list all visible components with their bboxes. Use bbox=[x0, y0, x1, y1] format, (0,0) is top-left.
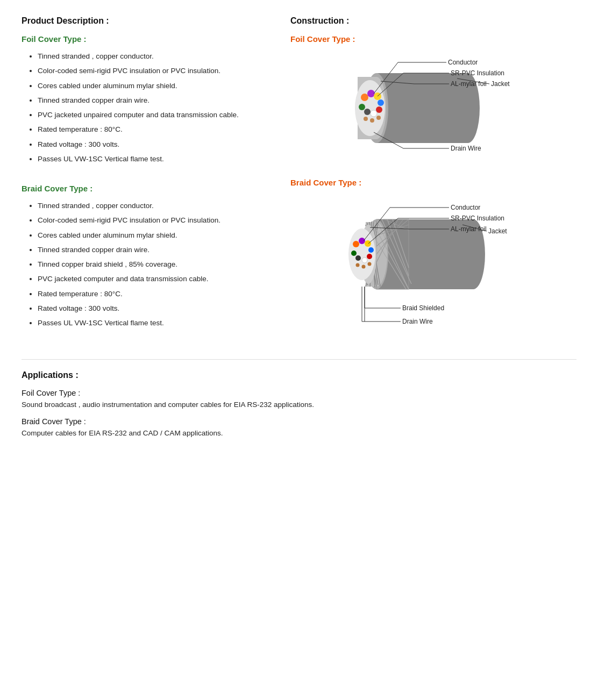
svg-text:AL-mylar foil: AL-mylar foil bbox=[451, 80, 487, 88]
svg-point-59 bbox=[359, 238, 365, 244]
svg-point-66 bbox=[356, 263, 360, 267]
list-item: Tinned stranded copper drain wire. bbox=[38, 95, 280, 106]
applications-section: Applications : Foil Cover Type : Sound b… bbox=[22, 359, 576, 437]
svg-point-67 bbox=[362, 265, 366, 269]
app-foil-heading: Foil Cover Type : bbox=[22, 389, 576, 397]
list-item: Cores cabled under aluminum mylar shield… bbox=[38, 230, 280, 241]
svg-point-17 bbox=[355, 80, 385, 136]
foil-construction-section: Foil Cover Type : bbox=[290, 34, 576, 167]
braid-construction-heading: Braid Cover Type : bbox=[290, 178, 576, 187]
svg-point-58 bbox=[353, 241, 359, 247]
list-item: Tinned stranded , copper conductor. bbox=[38, 201, 280, 211]
list-item: Tinned stranded copper drain wire. bbox=[38, 245, 280, 255]
svg-point-63 bbox=[362, 258, 367, 263]
list-item: Rated voltage : 300 volts. bbox=[38, 139, 280, 150]
svg-text:SR-PVC Insulation: SR-PVC Insulation bbox=[451, 215, 504, 222]
list-item: Passes UL VW-1SC Vertical flame test. bbox=[38, 318, 280, 328]
svg-text:Drain Wire: Drain Wire bbox=[451, 145, 481, 152]
list-item: PVC jacketed computer and data transmiss… bbox=[38, 274, 280, 284]
svg-text:Jacket: Jacket bbox=[491, 80, 510, 88]
braid-cable-svg: Conductor SR-PVC Insulation AL-mylar foi… bbox=[290, 192, 532, 332]
applications-title: Applications : bbox=[22, 370, 576, 380]
foil-construction-heading: Foil Cover Type : bbox=[290, 34, 576, 44]
foil-bullet-list: Tinned stranded , copper conductor. Colo… bbox=[22, 51, 280, 165]
svg-point-68 bbox=[368, 262, 372, 266]
svg-text:Jacket: Jacket bbox=[488, 227, 507, 235]
list-item: Tinned copper braid shield , 85% coverag… bbox=[38, 259, 280, 270]
svg-text:Drain Wire: Drain Wire bbox=[402, 318, 433, 325]
list-item: Rated temperature : 80°C. bbox=[38, 124, 280, 135]
list-item: Passes UL VW-1SC Vertical flame test. bbox=[38, 154, 280, 165]
foil-cover-type-heading: Foil Cover Type : bbox=[22, 34, 280, 44]
svg-text:Conductor: Conductor bbox=[448, 59, 478, 66]
list-item: PVC jacketed unpaired computer and data … bbox=[38, 110, 280, 120]
product-description-title: Product Description : bbox=[22, 16, 280, 26]
braid-cable-diagram: Conductor SR-PVC Insulation AL-mylar foi… bbox=[290, 192, 532, 332]
list-item: Rated temperature : 80°C. bbox=[38, 289, 280, 299]
foil-cable-svg: Conductor SR-PVC Insulation AL-mylar foi… bbox=[290, 49, 516, 167]
svg-text:Conductor: Conductor bbox=[451, 204, 480, 211]
svg-point-62 bbox=[367, 254, 372, 259]
braid-bullet-list: Tinned stranded , copper conductor. Colo… bbox=[22, 201, 280, 328]
foil-cable-diagram: Conductor SR-PVC Insulation AL-mylar foi… bbox=[290, 49, 516, 167]
svg-text:SR-PVC Insulation: SR-PVC Insulation bbox=[451, 69, 504, 77]
app-braid-text: Computer cables for EIA RS-232 and CAD /… bbox=[22, 429, 576, 437]
list-item: Color-coded semi-rigid PVC insulation or… bbox=[38, 66, 280, 76]
svg-point-65 bbox=[351, 251, 357, 256]
svg-text:Braid Shielded: Braid Shielded bbox=[402, 304, 444, 312]
app-foil-text: Sound broadcast , audio instrumentation … bbox=[22, 401, 576, 409]
list-item: Cores cabled under aluminum mylar shield… bbox=[38, 81, 280, 91]
svg-point-64 bbox=[355, 255, 361, 261]
braid-cover-type-heading: Braid Cover Type : bbox=[22, 184, 280, 193]
svg-point-61 bbox=[368, 247, 374, 253]
construction-title: Construction : bbox=[290, 16, 576, 26]
svg-point-60 bbox=[365, 240, 371, 247]
app-braid-heading: Braid Cover Type : bbox=[22, 417, 576, 426]
list-item: Rated voltage : 300 volts. bbox=[38, 303, 280, 314]
list-item: Color-coded semi-rigid PVC insulation or… bbox=[38, 215, 280, 226]
braid-construction-section: Braid Cover Type : bbox=[290, 178, 576, 332]
list-item: Tinned stranded , copper conductor. bbox=[38, 51, 280, 62]
